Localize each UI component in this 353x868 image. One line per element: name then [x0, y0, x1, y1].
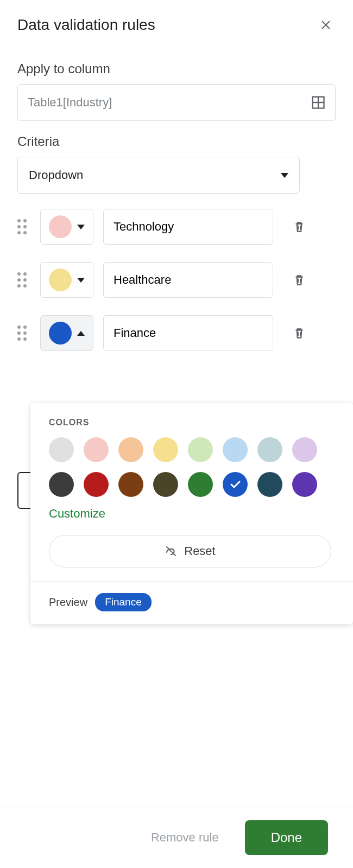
partial-element [17, 472, 30, 509]
color-swatch[interactable] [188, 437, 213, 462]
preview-label: Preview [49, 596, 87, 609]
color-swatch-row-light [49, 437, 335, 462]
color-chip-selector[interactable] [40, 209, 93, 245]
criteria-select[interactable]: Dropdown [17, 157, 300, 194]
color-swatch[interactable] [118, 472, 143, 497]
color-popup-title: COLORS [49, 418, 335, 427]
criteria-section: Criteria Dropdown [0, 121, 353, 194]
chevron-up-icon [77, 331, 85, 336]
color-chip [49, 215, 72, 238]
trash-icon [292, 220, 306, 234]
trash-icon [292, 326, 306, 340]
done-button[interactable]: Done [245, 820, 328, 855]
option-row [17, 315, 336, 351]
criteria-value: Dropdown [29, 168, 83, 182]
option-label-input[interactable] [103, 315, 273, 351]
option-row [17, 209, 336, 245]
chevron-down-icon [77, 225, 85, 229]
color-chip [49, 269, 72, 291]
close-button[interactable] [316, 15, 336, 35]
dialog-header: Data validation rules [0, 0, 353, 48]
reset-button[interactable]: Reset [49, 535, 331, 567]
customize-link[interactable]: Customize [49, 507, 335, 521]
color-swatch[interactable] [118, 437, 143, 462]
delete-option-button[interactable] [288, 269, 310, 291]
color-swatch[interactable] [188, 472, 213, 497]
reset-label: Reset [184, 544, 215, 558]
color-swatch[interactable] [84, 437, 109, 462]
check-icon [229, 478, 242, 491]
apply-column-input[interactable]: Table1[Industry] [17, 84, 336, 121]
color-swatch[interactable] [84, 472, 109, 497]
close-icon [319, 18, 332, 31]
preview-row: Preview Finance [30, 593, 353, 611]
reset-icon [165, 545, 178, 558]
drag-handle-icon[interactable] [17, 272, 30, 288]
color-picker-popup: COLORS Customize Reset Preview Finance [30, 403, 353, 624]
option-label-input[interactable] [103, 262, 273, 298]
color-swatch[interactable] [49, 437, 74, 462]
chevron-down-icon [281, 173, 288, 178]
color-swatch[interactable] [153, 472, 178, 497]
chevron-down-icon [77, 278, 85, 283]
option-label-input[interactable] [103, 209, 273, 245]
apply-column-value: Table1[Industry] [28, 95, 112, 110]
delete-option-button[interactable] [288, 322, 310, 344]
color-swatch[interactable] [257, 437, 282, 462]
preview-chip: Finance [95, 593, 152, 611]
color-swatch[interactable] [153, 437, 178, 462]
delete-option-button[interactable] [288, 216, 310, 238]
drag-handle-icon[interactable] [17, 326, 30, 341]
apply-to-column-section: Apply to column Table1[Industry] [0, 48, 353, 121]
color-swatch[interactable] [49, 472, 74, 497]
trash-icon [292, 273, 306, 287]
grid-select-icon[interactable] [311, 95, 326, 110]
color-chip-selector[interactable] [40, 315, 93, 351]
color-swatch[interactable] [292, 437, 317, 462]
dropdown-options-list [0, 194, 353, 351]
color-swatch-row-dark [49, 472, 335, 497]
remove-rule-button[interactable]: Remove rule [138, 823, 232, 852]
color-swatch[interactable] [257, 472, 282, 497]
dialog-title: Data validation rules [17, 16, 155, 34]
dialog-footer: Remove rule Done [0, 807, 353, 868]
color-chip-selector[interactable] [40, 262, 93, 298]
color-swatch[interactable] [223, 472, 248, 497]
drag-handle-icon[interactable] [17, 219, 30, 234]
option-row [17, 262, 336, 298]
color-swatch[interactable] [292, 472, 317, 497]
color-chip [49, 322, 72, 344]
color-swatch[interactable] [223, 437, 248, 462]
criteria-label: Criteria [17, 134, 336, 149]
apply-label: Apply to column [17, 61, 336, 76]
divider [30, 582, 353, 582]
